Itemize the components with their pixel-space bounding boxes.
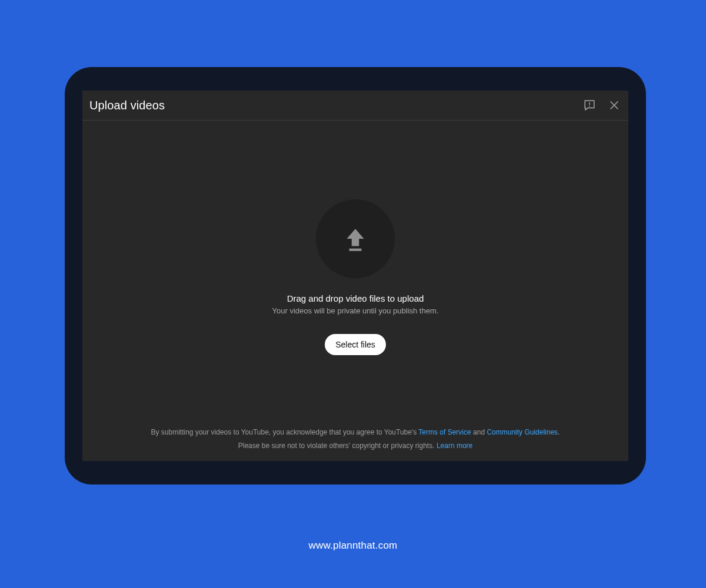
upload-circle[interactable] [316,199,395,278]
dialog-header: Upload videos [82,91,628,121]
legal-footer: By submitting your videos to YouTube, yo… [82,426,628,453]
upload-sub-text: Your videos will be private until you pu… [272,306,439,315]
select-files-button[interactable]: Select files [325,334,386,355]
svg-marker-4 [347,229,364,246]
legal-line-2: Please be sure not to violate others' co… [100,439,611,453]
upload-main-text: Drag and drop video files to upload [287,293,424,303]
terms-of-service-link[interactable]: Terms of Service [418,428,471,436]
legal-line-1: By submitting your videos to YouTube, yo… [100,426,611,439]
community-guidelines-link[interactable]: Community Guidelines [487,428,558,436]
upload-arrow-icon [341,224,370,253]
feedback-icon[interactable] [582,98,597,112]
svg-rect-5 [349,249,362,251]
svg-point-1 [589,106,590,107]
dialog-title: Upload videos [89,99,165,112]
header-icon-group [582,98,621,112]
dialog-body: Drag and drop video files to upload Your… [82,121,628,461]
upload-drop-area[interactable]: Drag and drop video files to upload Your… [272,199,439,355]
legal-text: Please be sure not to violate others' co… [238,442,437,450]
tablet-frame: Upload videos [65,67,646,485]
legal-text: and [471,428,487,436]
learn-more-link[interactable]: Learn more [437,442,472,450]
upload-dialog: Upload videos [82,91,628,461]
watermark-text: www.plannthat.com [0,540,706,552]
close-icon[interactable] [607,98,621,112]
legal-text: By submitting your videos to YouTube, yo… [151,428,419,436]
legal-text: . [558,428,560,436]
